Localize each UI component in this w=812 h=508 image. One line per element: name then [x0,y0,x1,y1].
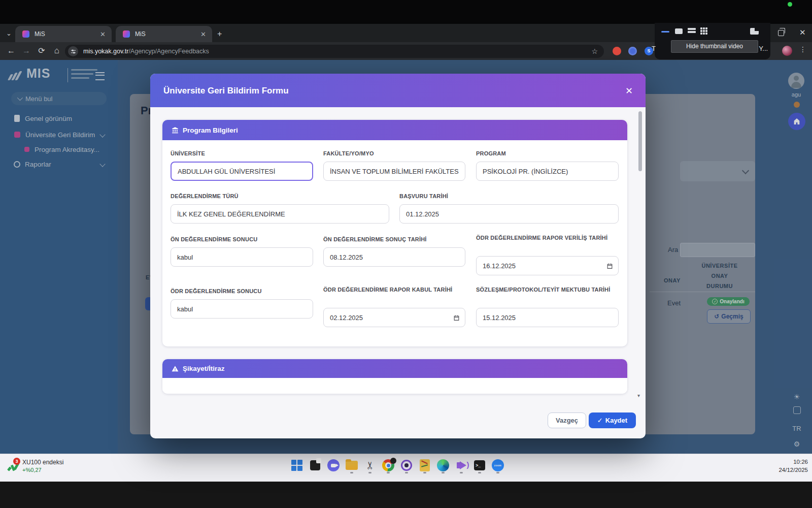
section-title: Şikayet/İtiraz [183,365,225,372]
fakulte-input[interactable]: İNSAN VE TOPLUM BİLİMLERİ FAKÜLTES [323,162,465,181]
taskbar: 3 XU100 endeksi +%0,27 ✂ >_ zoom 10:26 2… [0,454,812,482]
program-input[interactable]: PSİKOLOJİ PR. (İNGİLİZCE) [476,162,619,181]
field-label: ÖN DEĞERLENDİRME SONUCU [171,235,313,244]
modal-close-icon[interactable]: ✕ [625,85,633,97]
file-explorer-icon[interactable] [345,457,359,474]
field-value: 01.12.2025 [406,210,439,218]
task-view-icon[interactable] [308,457,322,474]
back-button[interactable]: ← [5,45,17,57]
clock-date: 24/12/2025 [779,466,808,474]
url-text: mis.yokak.gov.tr/Agencyp/AgencyFeedbacks [83,48,209,55]
extension-icon-blue[interactable] [628,47,637,55]
browser-menu-icon[interactable]: ⋮ [799,45,806,53]
field-label: SÖZLEŞME/PROTOKOL/TEYİT MEKTUBU TARİHİ [476,285,619,294]
field-value: kabul [177,305,193,313]
field-label: ÖDR DEĞERLENDİRME RAPOR KABUL TARİHİ [323,285,465,294]
chrome-icon[interactable] [381,457,395,474]
extension-icon-red[interactable] [613,47,621,55]
warning-icon [172,365,179,372]
address-bar[interactable]: mis.yokak.gov.tr/Agencyp/AgencyFeedbacks… [65,45,604,58]
window-restore-icon[interactable] [778,30,784,36]
stocks-widget-title[interactable]: XU100 endeksi [22,459,63,466]
scrollbar-down-arrow[interactable]: ▾ [637,393,640,398]
field-value: kabul [177,253,193,261]
terminal-icon[interactable]: >_ [472,457,487,474]
tab-favicon [123,30,130,38]
field-value: İLK KEZ GENEL DEĞERLENDİRME [177,210,285,218]
on-degerlendirme-sonucu-input[interactable]: kabul [171,247,313,267]
edge-icon[interactable] [436,457,450,474]
new-tab-button[interactable]: + [217,29,222,39]
field-label: FAKÜLTE/YO/MYO [323,149,465,158]
sozlesme-tarihi-input[interactable]: 15.12.2025 [476,308,619,327]
tab-close-icon[interactable]: ✕ [100,30,106,38]
odr-sonucu-input[interactable]: kabul [171,299,313,319]
camera-indicator-dot [788,2,792,7]
save-button-label: Kaydet [605,417,627,424]
on-degerlendirme-sonuc-tarihi-input[interactable]: 08.12.2025 [323,247,465,267]
home-button[interactable]: ⌂ [51,45,63,57]
cancel-button-label: Vazgeç [556,417,578,424]
forward-button[interactable]: → [20,45,32,57]
url-domain: mis.yokak.gov.tr [83,48,128,55]
tab-title: MiS [135,30,200,38]
program-info-section: Program Bilgileri ÜNİVERSİTE ABDULLAH GÜ… [162,120,627,346]
feedback-form-modal: Üniversite Geri Bildirim Formu ✕ Program… [150,74,646,438]
snipping-tool-icon[interactable]: ✂ [363,457,377,474]
field-value: 02.12.2025 [330,314,363,322]
field-value: PSİKOLOJİ PR. (İNGİLİZCE) [483,168,568,175]
degerlendirme-turu-input[interactable]: İLK KEZ GENEL DEĞERLENDİRME [171,204,389,224]
save-button[interactable]: ✓ Kaydet [589,412,636,428]
cancel-button[interactable]: Vazgeç [548,412,586,428]
modal-scrollbar-thumb[interactable] [638,111,642,171]
bookmark-star-icon[interactable]: ☆ [591,47,598,55]
overlay-grid-icon[interactable] [700,27,708,35]
browser-profile-avatar[interactable] [782,46,792,56]
field-value: 15.12.2025 [483,314,516,322]
tab-close-icon[interactable]: ✕ [200,30,206,38]
tab-search-icon[interactable]: ⌄ [6,29,12,37]
clock-time: 10:26 [779,458,808,466]
overlay-rows-icon[interactable] [688,28,696,30]
field-value: 16.12.2025 [483,262,516,270]
overlay-minimize-icon[interactable] [661,31,669,33]
sikayet-itiraz-header: Şikayet/İtiraz [162,359,627,378]
check-icon: ✓ [597,417,603,424]
stocks-widget-change: +%0,27 [22,467,42,473]
chat-icon[interactable] [326,457,341,474]
video-title-fragment: T [652,45,656,52]
window-close-icon[interactable]: ✕ [799,28,806,37]
browser-tab-2[interactable]: MiS ✕ [116,26,212,42]
start-button[interactable] [290,457,304,474]
chrome-notification-badge [390,458,396,464]
odr-verilis-tarihi-input[interactable]: 16.12.2025 [476,256,619,275]
overlay-layout-icon[interactable] [750,28,759,35]
overlay-thumbnail-icon[interactable] [675,28,683,34]
field-label: ÖN DEĞERLENDİRME SONUÇ TARİHİ [323,235,465,244]
github-desktop-icon[interactable] [399,457,414,474]
field-label: PROGRAM [476,149,619,158]
basvuru-tarihi-input[interactable]: 01.12.2025 [399,204,619,224]
reload-button[interactable]: ⟳ [36,45,48,57]
browser-tab-1[interactable]: MiS ✕ [15,26,112,42]
calendar-icon[interactable] [606,263,613,269]
sikayet-itiraz-body [162,378,627,394]
calendar-icon[interactable] [453,314,460,321]
tab-title: MiS [35,30,100,38]
zoom-app-icon[interactable]: zoom [491,457,505,474]
notes-app-icon[interactable] [418,457,432,474]
site-info-icon[interactable] [68,46,78,56]
field-label: DEĞERLENDİRME TÜRÜ [171,192,389,201]
program-info-header: Program Bilgileri [162,120,627,140]
url-path: /Agencyp/AgencyFeedbacks [128,48,209,55]
universite-input[interactable]: ABDULLAH GÜL ÜNİVERSİTESİ [171,162,313,181]
media-player-icon[interactable] [454,457,468,474]
field-label: BAŞVURU TARİHİ [399,192,619,201]
tab-favicon [22,30,29,38]
field-label: ÖDR DEĞERLENDİRME RAPOR VERİLİŞ TARİHİ [476,234,619,242]
taskbar-clock[interactable]: 10:26 24/12/2025 [779,458,808,474]
odr-kabul-tarihi-input[interactable]: 02.12.2025 [323,308,465,327]
widget-notification-badge: 3 [13,458,20,465]
overlay-rows-icon[interactable] [688,31,696,33]
field-label: ÖDR DEĞERLENDİRME SONUCU [171,287,313,296]
